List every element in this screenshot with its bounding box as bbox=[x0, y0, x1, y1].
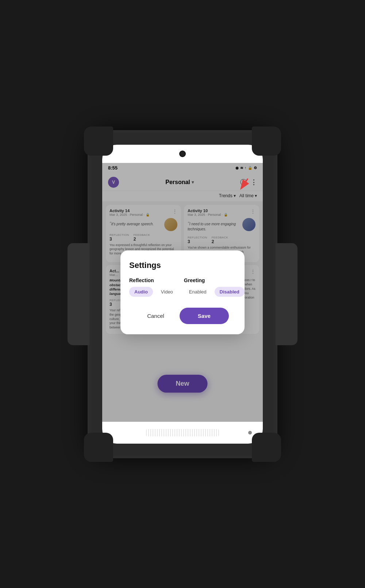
corner-bl bbox=[84, 433, 113, 462]
speaker-grille bbox=[146, 429, 219, 436]
screen: 8:55 ◉ ≋ ↑ 🔒 ⚙ V Personal ▾ ⓘ ⋮ bbox=[102, 163, 263, 422]
reflection-audio-option[interactable]: Audio bbox=[129, 287, 153, 297]
greeting-section: Greeting Enabled Disabled bbox=[184, 277, 245, 297]
modal-actions: Cancel Save bbox=[129, 308, 236, 324]
greeting-toggle-group: Enabled Disabled bbox=[184, 287, 245, 297]
modal-title: Settings bbox=[129, 261, 236, 270]
camera bbox=[179, 151, 186, 157]
arm-left bbox=[68, 243, 89, 345]
corner-br bbox=[252, 433, 281, 462]
device-frame: 8:55 ◉ ≋ ↑ 🔒 ⚙ V Personal ▾ ⓘ ⋮ bbox=[88, 130, 277, 458]
top-bezel bbox=[102, 145, 263, 163]
save-button[interactable]: Save bbox=[180, 308, 229, 324]
reflection-section: Reflection Audio Video bbox=[129, 277, 178, 297]
speaker-dot bbox=[248, 431, 252, 435]
device-body: 8:55 ◉ ≋ ↑ 🔒 ⚙ V Personal ▾ ⓘ ⋮ bbox=[102, 145, 263, 444]
corner-tr bbox=[252, 126, 281, 156]
greeting-label: Greeting bbox=[184, 277, 245, 283]
cancel-button[interactable]: Cancel bbox=[136, 308, 175, 324]
reflection-video-option[interactable]: Video bbox=[156, 287, 178, 297]
greeting-disabled-option[interactable]: Disabled bbox=[215, 287, 245, 297]
corner-tl bbox=[84, 126, 113, 156]
bottom-bezel bbox=[102, 422, 263, 444]
arm-right bbox=[276, 243, 297, 345]
settings-modal: Settings Reflection Audio Video bbox=[120, 250, 245, 334]
reflection-label: Reflection bbox=[129, 277, 178, 283]
modal-sections: Reflection Audio Video Greeting Enabled bbox=[129, 277, 236, 297]
reflection-toggle-group: Audio Video bbox=[129, 287, 178, 297]
modal-overlay: Settings Reflection Audio Video bbox=[102, 163, 263, 422]
greeting-enabled-option[interactable]: Enabled bbox=[184, 287, 212, 297]
